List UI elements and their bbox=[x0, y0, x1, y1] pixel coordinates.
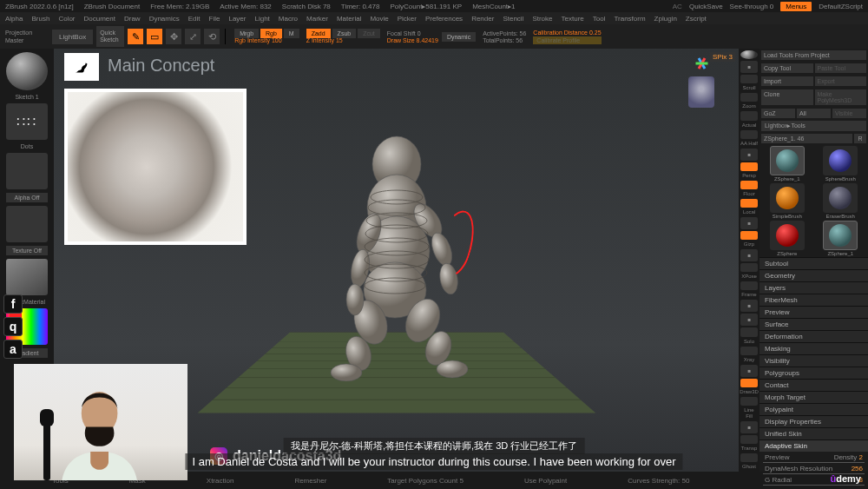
menu-stroke[interactable]: Stroke bbox=[532, 15, 552, 23]
menus-button[interactable]: Menus bbox=[780, 2, 812, 11]
tool-ZSphere[interactable] bbox=[770, 221, 805, 250]
goz-visible-button[interactable]: Visible bbox=[832, 109, 866, 118]
section-subtool[interactable]: Subtool bbox=[760, 257, 868, 269]
nav-tool-icon-11[interactable]: ▪ bbox=[740, 249, 758, 261]
tool-ZSphere_1[interactable] bbox=[770, 146, 805, 175]
menu-brush[interactable]: Brush bbox=[31, 15, 49, 23]
menu-stencil[interactable]: Stencil bbox=[503, 15, 523, 23]
axis-gizmo-icon[interactable] bbox=[690, 52, 713, 75]
section-contact[interactable]: Contact bbox=[760, 379, 868, 391]
material-thumb[interactable] bbox=[6, 259, 48, 295]
rotate-mode-icon[interactable]: ⟲ bbox=[204, 29, 220, 44]
menu-movie[interactable]: Movie bbox=[370, 15, 388, 23]
section-masking[interactable]: Masking bbox=[760, 342, 868, 354]
menu-light[interactable]: Light bbox=[254, 15, 269, 23]
scale-mode-icon[interactable]: ⤢ bbox=[185, 29, 201, 44]
menu-zplugin[interactable]: Zplugin bbox=[654, 15, 677, 23]
bottom-use[interactable]: Use Polypaint bbox=[524, 477, 567, 485]
section-polypaint[interactable]: Polypaint bbox=[760, 403, 868, 415]
nav-tool-Frame[interactable] bbox=[740, 281, 758, 290]
menu-color[interactable]: Color bbox=[58, 15, 75, 23]
brush-thumb[interactable] bbox=[6, 52, 48, 90]
zsphere-figure[interactable] bbox=[284, 121, 510, 383]
import-button[interactable]: Import bbox=[761, 76, 813, 86]
paste-tool-button[interactable]: Paste Tool bbox=[815, 63, 867, 73]
menu-render[interactable]: Render bbox=[471, 15, 494, 23]
tool-ZSphere_1[interactable] bbox=[823, 221, 858, 250]
texture-thumb[interactable] bbox=[6, 206, 48, 242]
nav-tool-Floor[interactable] bbox=[740, 181, 758, 189]
move-mode-icon[interactable]: ✥ bbox=[166, 29, 181, 44]
nav-tool-Ghost[interactable] bbox=[740, 453, 758, 462]
section-polygroups[interactable]: Polygroups bbox=[760, 367, 868, 379]
camera-head-icon[interactable] bbox=[688, 76, 714, 108]
edit-mode-icon[interactable]: ✎ bbox=[128, 29, 143, 44]
nav-tool-Local[interactable] bbox=[740, 199, 758, 208]
tool-SphereBrush[interactable] bbox=[823, 146, 858, 175]
concept-image[interactable] bbox=[64, 89, 247, 245]
menu-layer[interactable]: Layer bbox=[228, 15, 246, 23]
nav-tool-icon-14[interactable]: ▪ bbox=[740, 300, 758, 312]
section-visibility[interactable]: Visibility bbox=[760, 354, 868, 367]
nav-tool-Draw3D[interactable] bbox=[740, 379, 758, 387]
lightbox-button[interactable]: LightBox bbox=[52, 30, 93, 44]
clone-button[interactable]: Clone bbox=[761, 89, 813, 105]
menu-picker[interactable]: Picker bbox=[398, 15, 417, 23]
menu-alpha[interactable]: Alpha bbox=[5, 15, 23, 23]
bottom-curves[interactable]: Curves Strength: 50 bbox=[628, 477, 689, 485]
tool-r-button[interactable]: R bbox=[854, 134, 866, 143]
quick-sketch-button[interactable]: QuickSketch bbox=[96, 26, 124, 47]
section-geometry[interactable]: Geometry bbox=[760, 269, 868, 281]
bottom-target[interactable]: Target Polygons Count 5 bbox=[387, 477, 464, 485]
menu-marker[interactable]: Marker bbox=[306, 15, 328, 23]
texture-off[interactable]: Texture Off bbox=[6, 246, 48, 255]
adaptive-skin-header[interactable]: Adaptive Skin bbox=[760, 439, 868, 452]
section-display-properties[interactable]: Display Properties bbox=[760, 415, 868, 427]
goz-button[interactable]: GoZ bbox=[761, 109, 795, 118]
menu-texture[interactable]: Texture bbox=[562, 15, 584, 23]
nav-tool-Gizp[interactable] bbox=[740, 231, 758, 240]
menu-macro[interactable]: Macro bbox=[279, 15, 298, 23]
spotlight-thumb[interactable] bbox=[64, 53, 99, 81]
nav-tool-icon-21[interactable]: ▪ bbox=[740, 421, 758, 433]
nav-tool-Zoom[interactable] bbox=[740, 93, 758, 102]
bottom-remesher[interactable]: Remesher bbox=[294, 477, 326, 485]
section-unified-skin[interactable]: Unified Skin bbox=[760, 427, 868, 439]
section-fibermesh[interactable]: FiberMesh bbox=[760, 294, 868, 306]
gradial-slider[interactable]: G Radial bbox=[765, 476, 792, 484]
nav-tool-icon-9[interactable]: ▪ bbox=[740, 217, 758, 229]
menu-dynamics[interactable]: Dynamics bbox=[149, 15, 180, 23]
nav-tool-icon-5[interactable]: ▪ bbox=[740, 149, 758, 161]
section-preview[interactable]: Preview bbox=[760, 306, 868, 318]
bottom-xtraction[interactable]: Xtraction bbox=[207, 477, 234, 485]
menu-draw[interactable]: Draw bbox=[124, 15, 141, 23]
menu-zscript[interactable]: Zscript bbox=[686, 15, 707, 23]
nav-tool-icon-0[interactable]: ▪ bbox=[740, 61, 758, 73]
quicksave-button[interactable]: QuickSave bbox=[689, 3, 723, 10]
nav-tool-icon-18[interactable]: ▪ bbox=[740, 365, 758, 377]
dynamic-toggle[interactable]: Dynamic bbox=[442, 32, 476, 42]
section-surface[interactable]: Surface bbox=[760, 318, 868, 330]
nav-tool-Persp[interactable] bbox=[740, 162, 758, 171]
preview-toggle[interactable]: Preview bbox=[765, 453, 789, 461]
spix-indicator[interactable]: SPix 3 bbox=[710, 52, 735, 62]
make-polymesh-button[interactable]: Make PolyMesh3D bbox=[815, 89, 867, 105]
alpha-off[interactable]: Alpha Off bbox=[6, 193, 48, 202]
draw-mode-icon[interactable]: ▭ bbox=[147, 29, 162, 44]
section-layers[interactable]: Layers bbox=[760, 281, 868, 294]
load-tools-button[interactable]: Load Tools From Project bbox=[761, 50, 866, 60]
nav-tool-icon-15[interactable]: ▪ bbox=[740, 314, 758, 326]
nav-tool-Transp[interactable] bbox=[740, 435, 758, 444]
nav-tool-AA Half[interactable] bbox=[740, 130, 758, 139]
stroke-thumb[interactable]: ∷∷ bbox=[6, 103, 48, 140]
tool-EraserBrush[interactable] bbox=[823, 183, 858, 213]
nav-tool-Scroll[interactable] bbox=[740, 75, 758, 83]
menu-file[interactable]: File bbox=[209, 15, 220, 23]
nav-tool-Xray[interactable] bbox=[740, 347, 758, 355]
menu-tool[interactable]: Tool bbox=[593, 15, 606, 23]
tool-SimpleBrush[interactable] bbox=[770, 183, 805, 213]
dynamesh-res-slider[interactable]: DynaMesh Resolution bbox=[765, 465, 832, 472]
projection-master[interactable]: ProjectionMaster bbox=[5, 29, 49, 44]
goz-all-button[interactable]: All bbox=[797, 109, 831, 118]
section-deformation[interactable]: Deformation bbox=[760, 330, 868, 342]
